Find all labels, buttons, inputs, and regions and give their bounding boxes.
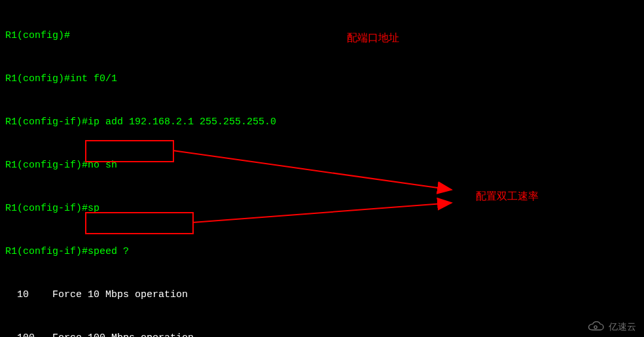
term-line: R1(config)#	[5, 29, 382, 43]
watermark-text: 亿速云	[609, 321, 636, 333]
annotation-duplex-speed: 配置双工速率	[476, 190, 539, 204]
terminal-output: R1(config)# R1(config)#int f0/1 R1(confi…	[5, 0, 382, 337]
term-line-help: 100 Force 100 Mbps operation	[5, 331, 382, 337]
term-line: R1(config-if)#sp	[5, 202, 382, 216]
annotation-port-address: 配端口地址	[347, 31, 399, 45]
term-line: R1(config-if)#speed ?	[5, 245, 382, 259]
term-line-help: 10 Force 10 Mbps operation	[5, 288, 382, 302]
term-line: R1(config-if)#ip add 192.168.2.1 255.255…	[5, 115, 382, 130]
svg-point-3	[594, 326, 597, 328]
watermark: 亿速云	[586, 321, 636, 333]
term-line: R1(config-if)#no sh	[5, 158, 382, 173]
cloud-icon	[586, 321, 605, 333]
term-line: R1(config)#int f0/1	[5, 72, 382, 86]
